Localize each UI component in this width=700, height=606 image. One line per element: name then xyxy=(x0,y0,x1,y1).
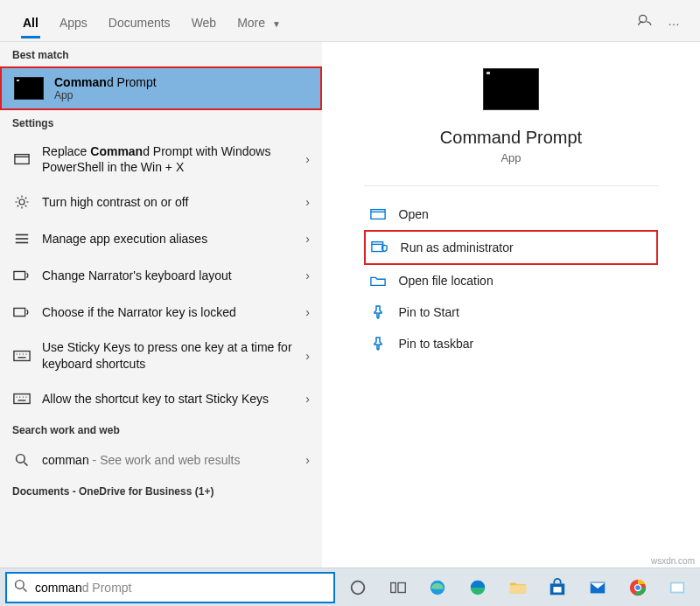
setting-high-contrast[interactable]: Turn high contrast on or off › xyxy=(0,184,322,220)
svg-rect-31 xyxy=(398,582,405,592)
svg-rect-36 xyxy=(554,587,562,592)
app-chrome-icon[interactable] xyxy=(620,572,655,603)
filter-tabbar: All Apps Documents Web More ▼ … xyxy=(0,0,700,42)
setting-replace-cmd[interactable]: Replace Command Prompt with Windows Powe… xyxy=(0,135,322,184)
action-open[interactable]: Open xyxy=(364,199,659,230)
web-search-label: comman - See work and web results xyxy=(42,452,305,468)
more-options-icon[interactable]: … xyxy=(660,7,688,35)
app-edge-icon[interactable] xyxy=(420,572,455,603)
action-pin-to-taskbar[interactable]: Pin to taskbar xyxy=(364,328,659,359)
best-match-subtitle: App xyxy=(54,89,157,101)
feedback-icon[interactable] xyxy=(632,7,660,35)
pin-icon xyxy=(368,304,388,320)
tab-apps[interactable]: Apps xyxy=(49,3,98,38)
setting-label: Choose if the Narrator key is locked xyxy=(42,304,305,320)
app-edge2-icon[interactable] xyxy=(460,572,495,603)
section-best-match: Best match xyxy=(0,42,322,66)
svg-rect-9 xyxy=(14,351,30,360)
preview-subtitle: App xyxy=(500,151,521,164)
divider xyxy=(364,185,659,186)
svg-rect-1 xyxy=(15,155,29,164)
svg-point-3 xyxy=(19,199,24,205)
action-label: Pin to taskbar xyxy=(399,337,474,351)
setting-label: Use Sticky Keys to press one key at a ti… xyxy=(42,339,305,371)
app-generic-icon[interactable] xyxy=(660,572,695,603)
svg-line-22 xyxy=(24,462,27,465)
list-icon xyxy=(12,229,32,248)
cortana-icon[interactable] xyxy=(340,572,375,603)
action-pin-to-start[interactable]: Pin to Start xyxy=(364,296,659,328)
chevron-right-icon: › xyxy=(305,232,310,246)
web-search-result[interactable]: comman - See work and web results › xyxy=(0,442,322,478)
folder-icon xyxy=(368,273,388,289)
action-label: Pin to Start xyxy=(399,305,459,319)
chevron-down-icon: ▼ xyxy=(272,19,281,29)
brightness-icon xyxy=(12,192,32,212)
tab-more-label: More xyxy=(237,16,265,30)
setting-app-aliases[interactable]: Manage app execution aliases › xyxy=(0,220,322,257)
svg-line-28 xyxy=(23,588,26,591)
app-store-icon[interactable] xyxy=(540,572,575,603)
action-run-as-admin[interactable]: Run as administrator xyxy=(364,230,659,265)
best-match-title: Command Prompt xyxy=(54,75,157,89)
setting-sticky-shortcut[interactable]: Allow the shortcut key to start Sticky K… xyxy=(0,380,322,417)
tab-more[interactable]: More ▼ xyxy=(227,3,291,38)
action-label: Open xyxy=(399,207,429,221)
svg-rect-23 xyxy=(370,210,384,219)
results-list: Best match Command Prompt App Settings R… xyxy=(0,42,322,568)
section-settings: Settings xyxy=(0,110,322,135)
open-icon xyxy=(368,206,388,222)
pin-icon xyxy=(368,336,388,352)
setting-narrator-layout[interactable]: Change Narrator's keyboard layout › xyxy=(0,257,322,294)
taskbar: command Prompt xyxy=(0,568,700,606)
task-view-icon[interactable] xyxy=(381,572,416,603)
chevron-right-icon: › xyxy=(305,268,310,282)
svg-rect-30 xyxy=(390,582,396,592)
chevron-right-icon: › xyxy=(305,152,310,166)
chevron-right-icon: › xyxy=(305,392,310,406)
chevron-right-icon: › xyxy=(305,453,310,467)
action-list: Open Run as administrator Open file loca… xyxy=(364,199,659,359)
tab-documents[interactable]: Documents xyxy=(98,3,181,38)
svg-rect-15 xyxy=(14,394,30,403)
search-icon xyxy=(12,450,32,470)
svg-point-29 xyxy=(351,581,364,594)
svg-rect-7 xyxy=(14,272,25,280)
setting-label: Manage app execution aliases xyxy=(42,231,305,247)
keyboard-icon xyxy=(12,346,32,366)
action-label: Open file location xyxy=(399,274,494,288)
window-icon xyxy=(12,150,32,169)
preview-title: Command Prompt xyxy=(440,128,582,148)
setting-label: Allow the shortcut key to start Sticky K… xyxy=(42,391,305,407)
setting-sticky-keys[interactable]: Use Sticky Keys to press one key at a ti… xyxy=(0,331,322,380)
command-prompt-large-icon xyxy=(483,68,539,110)
tab-all[interactable]: All xyxy=(12,3,49,38)
svg-rect-42 xyxy=(672,583,683,591)
setting-narrator-key[interactable]: Choose if the Narrator key is locked › xyxy=(0,294,322,331)
section-documents: Documents - OneDrive for Business (1+) xyxy=(0,478,322,503)
preview-pane: Command Prompt App Open Run as administr… xyxy=(322,42,700,568)
keyboard-icon xyxy=(12,389,32,408)
app-mail-icon[interactable] xyxy=(580,572,615,603)
setting-label: Replace Command Prompt with Windows Powe… xyxy=(42,143,305,175)
action-label: Run as administrator xyxy=(401,240,514,254)
svg-rect-25 xyxy=(371,242,382,252)
app-explorer-icon[interactable] xyxy=(500,572,536,603)
command-prompt-icon xyxy=(14,77,44,100)
taskbar-search-box[interactable]: command Prompt xyxy=(5,572,335,603)
svg-point-40 xyxy=(635,585,640,590)
chevron-right-icon: › xyxy=(305,305,310,319)
search-icon xyxy=(14,579,28,596)
result-best-match[interactable]: Command Prompt App xyxy=(0,66,322,110)
chevron-right-icon: › xyxy=(305,195,310,209)
svg-rect-8 xyxy=(14,309,25,317)
narrator-icon xyxy=(12,266,32,285)
search-typed-text: comman xyxy=(35,581,82,595)
tab-web[interactable]: Web xyxy=(181,3,228,38)
svg-rect-34 xyxy=(509,585,525,593)
search-panel: All Apps Documents Web More ▼ … Best mat… xyxy=(0,0,700,606)
section-search-web: Search work and web xyxy=(0,417,322,442)
setting-label: Change Narrator's keyboard layout xyxy=(42,268,305,283)
search-ghost-text: d Prompt xyxy=(82,581,132,595)
action-open-file-location[interactable]: Open file location xyxy=(364,265,659,296)
